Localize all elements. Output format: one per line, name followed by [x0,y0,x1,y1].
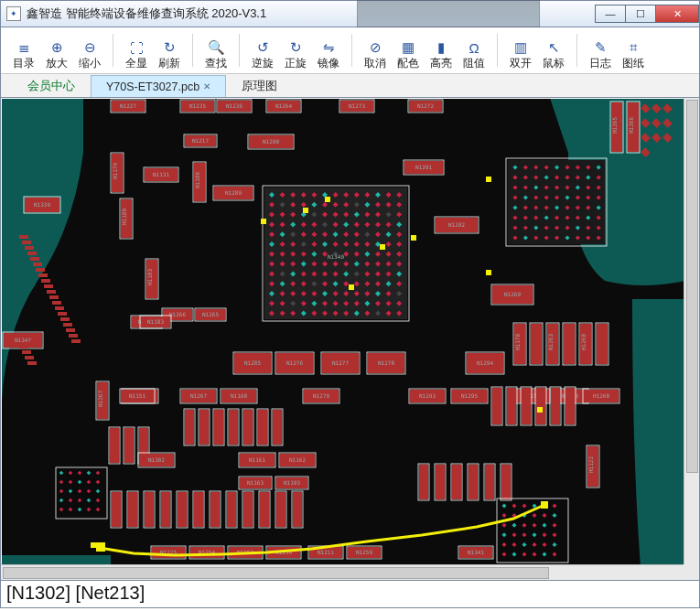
minimize-button[interactable]: — [595,5,626,23]
toolbar-find-button[interactable]: 🔍查找 [200,31,232,70]
scrollbar-thumb[interactable] [3,567,549,579]
toolbar-label: 刷新 [158,58,180,69]
svg-text:N1290: N1290 [263,138,279,145]
svg-text:H1268: H1268 [580,334,587,350]
svg-text:N1265: N1265 [202,311,219,317]
res-icon: Ω [465,39,483,56]
svg-text:N1162: N1162 [289,456,306,463]
svg-rect-277 [41,279,50,283]
highlight-icon: ▮ [432,39,450,56]
toolbar-cancel-button[interactable]: ⊘取消 [360,31,391,70]
fit-icon: ⛶ [127,39,145,56]
svg-text:H1267: H1267 [97,391,103,407]
svg-text:N1294: N1294 [477,359,493,366]
svg-rect-286 [66,328,75,332]
toolbar-label: 全显 [125,58,147,69]
svg-rect-279 [47,290,56,294]
svg-rect-179 [273,410,282,445]
svg-rect-171 [214,410,223,445]
toolbar-sheet-button[interactable]: ⌗图纸 [618,31,649,70]
toolbar-catalog-button[interactable]: ≣目录 [8,31,39,70]
svg-rect-161 [110,428,119,463]
toolbar-cursor-button[interactable]: ↖鼠标 [538,31,569,70]
svg-text:H1188: H1188 [194,172,200,188]
svg-rect-231 [276,492,285,527]
svg-rect-313 [91,542,96,548]
tab-label: Y70S-ET3027.pcb [106,80,199,93]
sheet-icon: ⌗ [624,39,642,56]
svg-rect-285 [63,323,72,327]
svg-rect-280 [49,295,59,299]
toolbar-dual-button[interactable]: ▥双开 [505,31,536,70]
catalog-icon: ≣ [15,39,33,56]
toolbar-rotl-button[interactable]: ↺逆旋 [247,31,278,70]
svg-rect-183 [507,388,516,424]
svg-rect-287 [69,334,78,338]
tab-close-icon[interactable]: ✕ [203,81,210,91]
svg-rect-73 [349,284,354,290]
svg-text:N1236: N1236 [226,102,242,109]
svg-rect-181 [492,388,501,424]
svg-text:N1339: N1339 [34,201,50,208]
toolbar-fit-button[interactable]: ⛶全显 [121,31,152,70]
svg-rect-169 [199,410,209,445]
toolbar-label: 目录 [13,58,35,69]
close-button[interactable]: ✕ [655,5,699,23]
toolbar-refresh-button[interactable]: ↻刷新 [154,31,185,70]
svg-rect-213 [128,492,137,527]
svg-rect-272 [27,252,37,255]
toolbar-zoomout-button[interactable]: ⊖缩小 [74,31,105,70]
svg-text:H1265: H1265 [611,117,618,134]
pcb-canvas-frame: N1227N1235N1236N1264N1273N1272N1217N1290… [0,98,700,581]
svg-text:N1259: N1259 [356,549,372,555]
svg-rect-233 [293,492,302,527]
svg-rect-223 [210,492,220,527]
toolbar-zoomin-button[interactable]: ⊕放大 [41,31,72,70]
maximize-button[interactable]: ☐ [625,5,656,23]
vertical-scrollbar[interactable] [684,98,699,564]
toolbar-label: 图纸 [622,58,644,69]
svg-rect-273 [30,257,39,261]
svg-rect-211 [112,492,121,527]
toolbar-mirror-button[interactable]: ⇋镜像 [313,31,344,70]
toolbar-highlight-button[interactable]: ▮高亮 [425,31,457,70]
svg-rect-245 [501,465,511,499]
svg-text:N1227: N1227 [120,102,136,109]
toolbar-container: ≣目录⊕放大⊖缩小⛶全显↻刷新🔍查找↺逆旋↻正旋⇋镜像⊘取消▦配色▮高亮Ω阻值▥… [0,27,700,98]
toolbar-label: 高亮 [430,58,452,69]
svg-rect-71 [303,208,308,213]
document-tabs: 会员中心Y70S-ET3027.pcb✕原理图 [1,73,699,97]
svg-rect-72 [325,197,330,202]
svg-text:N1217: N1217 [192,137,209,144]
toolbar-res-button[interactable]: Ω阻值 [458,31,490,70]
svg-text:N1273: N1273 [349,102,365,109]
background-window-peek [357,0,540,27]
toolbar-label: 双开 [510,58,532,69]
horizontal-scrollbar[interactable] [1,564,684,580]
svg-rect-292 [27,361,37,365]
dual-icon: ▥ [512,39,530,56]
svg-text:N1235: N1235 [189,102,206,109]
svg-rect-175 [243,410,253,445]
tab-pcb[interactable]: Y70S-ET3027.pcb✕ [91,75,226,97]
rotr-icon: ↻ [286,39,305,56]
svg-text:N1193: N1193 [284,479,300,486]
mirror-icon: ⇋ [319,39,338,56]
tab-sch[interactable]: 原理图 [226,75,293,97]
svg-rect-243 [485,465,494,499]
svg-text:N1183: N1183 [147,318,164,325]
svg-text:H1174: H1174 [112,163,118,179]
pcb-canvas[interactable]: N1227N1235N1236N1264N1273N1272N1217N1290… [1,98,685,579]
toolbar-log-button[interactable]: ✎日志 [585,31,616,70]
svg-text:N1151: N1151 [129,392,145,399]
log-icon: ✎ [591,39,609,56]
svg-rect-217 [161,492,170,527]
toolbar-separator [239,34,240,67]
scrollbar-thumb[interactable] [686,100,698,473]
toolbar-label: 阻值 [463,58,485,69]
toolbar-rotr-button[interactable]: ↻正旋 [280,31,311,70]
svg-rect-185 [522,388,531,424]
zoomin-icon: ⊕ [48,39,66,56]
toolbar-palette-button[interactable]: ▦配色 [393,31,424,70]
tab-member[interactable]: 会员中心 [12,75,91,97]
